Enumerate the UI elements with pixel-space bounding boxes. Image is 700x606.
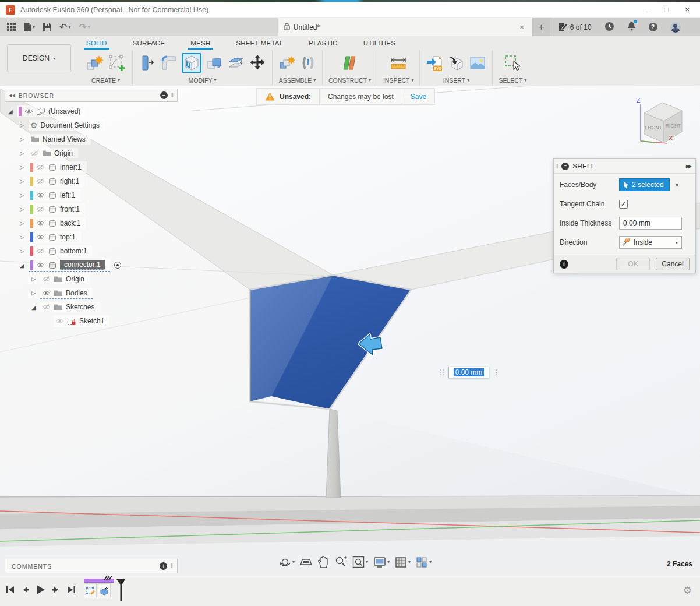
zoom-tool[interactable] [334,556,347,568]
tab-utilities[interactable]: UTILITIES [362,37,397,49]
tab-surface[interactable]: SURFACE [132,37,167,49]
expand-arrow-icon[interactable]: ◢ [8,108,17,115]
dimension-value-selected[interactable]: 0.00 mm [454,368,485,376]
browser-item-back[interactable]: ▷ back:1 [5,216,179,230]
timeline-sketch-feature[interactable] [84,583,97,598]
faces-selection-button[interactable]: 2 selected [619,178,670,191]
warning-save-button[interactable]: Save [411,93,426,101]
offset-face-icon[interactable] [227,54,245,72]
expand-arrow-icon[interactable]: ▷ [31,290,40,296]
shell-dialog-header[interactable]: ‖ − SHELL ▶▶ [554,159,695,174]
clear-selection-icon[interactable]: × [675,181,680,189]
browser-panel-header[interactable]: ◀◀ BROWSER − ‖ [5,89,178,102]
grid-layout-tool[interactable]: ▾ [395,556,411,568]
viewports-tool[interactable]: ▾ [416,556,432,568]
dialog-drag-grip[interactable]: ‖ [556,163,558,170]
create-sketch-icon[interactable] [108,54,126,72]
eye-visible-icon[interactable] [36,262,45,268]
close-button[interactable]: × [685,5,690,14]
eye-visible-icon[interactable] [36,234,45,240]
group-label-construct[interactable]: CONSTRUCT▾ [328,76,371,84]
browser-item-label[interactable]: inner:1 [60,163,82,171]
create-form-icon[interactable] [85,54,104,72]
activate-component-radio[interactable] [113,260,122,270]
tab-mesh[interactable]: MESH [189,37,211,49]
tangent-chain-checkbox[interactable]: ✓ [619,200,628,209]
cancel-button[interactable]: Cancel [656,258,690,270]
browser-item-label[interactable]: Sketch1 [79,317,104,325]
input-options-icon[interactable]: ⋮ [493,368,500,376]
group-label-assemble[interactable]: ASSEMBLE▾ [279,76,316,84]
expand-arrow-icon[interactable]: ▷ [20,234,29,240]
expand-arrow-icon[interactable]: ▷ [20,150,29,156]
dimension-input-box[interactable]: 0.00 mm [448,367,489,378]
browser-item-bodies[interactable]: ▷ Bodies [5,286,179,300]
browser-item-sketch1[interactable]: Sketch1 [5,314,179,328]
orbit-tool[interactable]: ▾ [279,556,295,568]
timeline-step-back-button[interactable] [21,585,30,594]
select-icon[interactable] [503,54,522,72]
expand-arrow-icon[interactable]: ▷ [20,164,29,170]
app-grid-menu-icon[interactable] [7,23,16,31]
inside-thickness-input[interactable] [619,217,682,230]
group-label-inspect[interactable]: INSPECT▾ [383,76,414,84]
comments-panel-header[interactable]: COMMENTS + ‖ [5,559,178,573]
thickness-manipulator-input[interactable]: 0.00 mm ⋮ [440,367,500,378]
browser-item-label[interactable]: left:1 [60,191,75,199]
tab-sheet-metal[interactable]: SHEET METAL [235,37,284,49]
shell-icon[interactable] [182,53,201,73]
construct-plane-icon[interactable] [341,54,358,72]
orbit-caret-icon[interactable]: ▾ [292,559,295,565]
eye-visible-icon[interactable] [36,220,45,226]
new-document-tab-button[interactable]: + [533,18,550,36]
maximize-button[interactable]: □ [664,5,669,14]
browser-drag-grip[interactable]: ‖ [171,92,174,98]
browser-item-root[interactable]: ◢ (Unsaved) [5,104,179,118]
workspace-selector-button[interactable]: DESIGN▾ [7,44,71,72]
browser-item-document-settings[interactable]: ▷ ⚙ Document Settings [5,118,179,132]
eye-visible-icon[interactable] [42,290,51,296]
grid-caret-icon[interactable]: ▾ [408,559,411,565]
timeline-step-forward-button[interactable] [52,585,61,594]
info-icon[interactable]: i [560,260,568,269]
dialog-expand-icon[interactable]: ▶▶ [686,164,691,169]
redo-caret-icon[interactable]: ▾ [88,24,90,30]
timeline-settings-gear-icon[interactable]: ⚙ [683,584,692,597]
canvas-icon[interactable] [469,54,486,72]
browser-item-origin[interactable]: ▷ Origin [5,146,179,160]
fillet-icon[interactable] [160,54,178,72]
browser-item-label[interactable]: back:1 [60,219,80,227]
eye-visible-icon[interactable] [36,192,45,198]
expand-arrow-icon[interactable]: ▷ [20,220,29,226]
browser-item-label[interactable]: Origin [66,275,84,283]
browser-item-connector-selected[interactable]: ◢ connector:1 [5,258,179,272]
job-status-button[interactable]: 6 of 10 [558,23,592,31]
display-caret-icon[interactable]: ▾ [387,559,390,565]
expand-arrow-icon[interactable]: ▷ [20,192,29,198]
viewports-caret-icon[interactable]: ▾ [429,559,432,565]
group-label-insert[interactable]: INSERT▾ [443,76,469,84]
browser-item-label[interactable]: Origin [54,149,73,157]
display-settings-tool[interactable]: ▾ [373,556,390,568]
save-button[interactable] [43,23,51,31]
insert-mesh-icon[interactable] [447,54,465,72]
fit-tool[interactable]: ▾ [352,556,368,568]
fit-caret-icon[interactable]: ▾ [366,559,368,565]
expand-arrow-icon[interactable]: ▷ [20,136,29,142]
browser-item-label[interactable]: Document Settings [41,121,100,129]
redo-button[interactable]: ↷▾ [79,22,90,33]
look-at-tool[interactable] [300,556,312,568]
eye-visible-icon[interactable] [24,108,33,114]
expand-arrow-icon[interactable]: ▷ [20,248,29,254]
timeline-position-marker[interactable] [116,579,126,604]
measure-icon[interactable] [389,54,408,72]
browser-collapse-icon[interactable]: ◀◀ [9,93,15,98]
document-tab[interactable]: Untitled* × [278,18,533,36]
tab-solid[interactable]: SOLID [85,37,108,49]
new-component-icon[interactable] [278,54,296,72]
activity-history-icon[interactable] [604,22,614,33]
expand-arrow-icon[interactable]: ▷ [31,276,40,282]
press-pull-icon[interactable] [139,54,156,72]
eye-hidden-icon[interactable] [36,178,45,184]
eye-dim-icon[interactable] [55,318,64,324]
